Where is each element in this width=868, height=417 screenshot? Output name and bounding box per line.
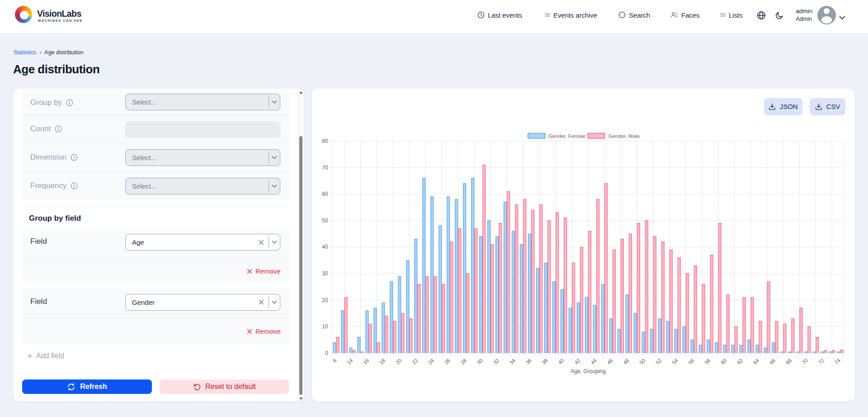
- svg-text:40: 40: [557, 358, 565, 365]
- svg-text:66: 66: [769, 358, 776, 365]
- svg-text:Gender, Male: Gender, Male: [609, 133, 640, 139]
- svg-text:28: 28: [460, 358, 467, 365]
- svg-text:70: 70: [322, 165, 328, 171]
- svg-text:50: 50: [322, 218, 328, 224]
- svg-text:68: 68: [785, 358, 793, 365]
- svg-text:72: 72: [817, 358, 825, 365]
- svg-text:32: 32: [492, 358, 500, 365]
- svg-text:46: 46: [606, 358, 613, 365]
- svg-text:40: 40: [322, 244, 328, 250]
- svg-text:20: 20: [395, 358, 402, 365]
- svg-text:56: 56: [687, 358, 695, 365]
- svg-text:34: 34: [509, 358, 516, 365]
- svg-text:48: 48: [622, 358, 630, 365]
- svg-text:30: 30: [322, 270, 328, 277]
- svg-text:60: 60: [720, 358, 727, 365]
- svg-text:0: 0: [325, 350, 328, 356]
- svg-text:22: 22: [411, 358, 419, 365]
- svg-text:6: 6: [332, 358, 338, 364]
- svg-text:26: 26: [443, 358, 451, 365]
- svg-text:58: 58: [703, 358, 711, 365]
- svg-text:62: 62: [736, 358, 744, 365]
- svg-text:14: 14: [346, 358, 354, 365]
- svg-text:42: 42: [573, 358, 581, 365]
- svg-text:36: 36: [525, 358, 533, 365]
- svg-text:54: 54: [671, 358, 679, 365]
- svg-text:52: 52: [655, 358, 662, 365]
- svg-text:50: 50: [638, 358, 646, 365]
- svg-text:24: 24: [427, 358, 435, 365]
- svg-text:16: 16: [362, 358, 370, 365]
- svg-text:44: 44: [590, 358, 597, 365]
- svg-text:38: 38: [541, 358, 549, 365]
- svg-text:Age, Grouping: Age, Grouping: [571, 368, 605, 374]
- svg-text:64: 64: [752, 358, 760, 365]
- svg-text:18: 18: [378, 358, 386, 365]
- svg-text:60: 60: [322, 191, 328, 197]
- svg-text:74: 74: [834, 358, 841, 365]
- svg-text:20: 20: [322, 297, 328, 303]
- svg-text:30: 30: [476, 358, 484, 365]
- svg-text:70: 70: [801, 358, 809, 365]
- svg-text:Gender, Female: Gender, Female: [548, 133, 585, 139]
- svg-text:10: 10: [322, 323, 328, 330]
- svg-text:80: 80: [322, 138, 328, 144]
